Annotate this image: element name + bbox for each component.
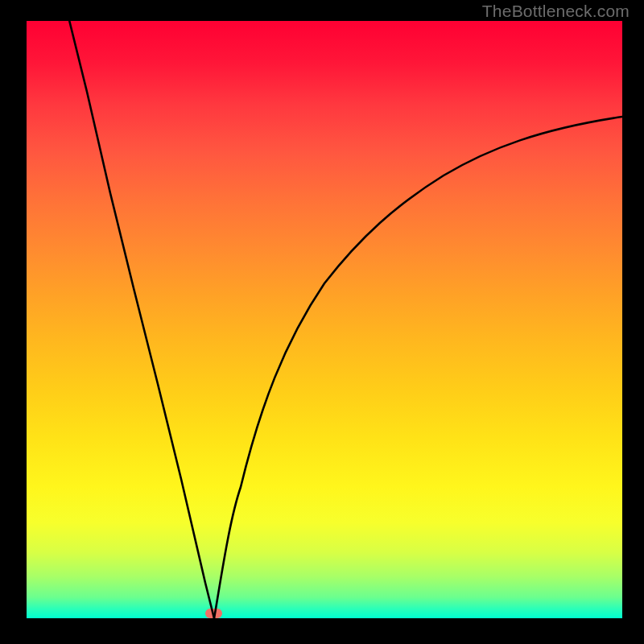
- bottleneck-curve: [27, 21, 622, 618]
- curve-right-branch: [214, 117, 622, 618]
- curve-left-branch: [68, 21, 214, 618]
- plot-area: [27, 21, 622, 618]
- chart-frame: TheBottleneck.com: [0, 0, 644, 644]
- watermark-text: TheBottleneck.com: [482, 2, 630, 21]
